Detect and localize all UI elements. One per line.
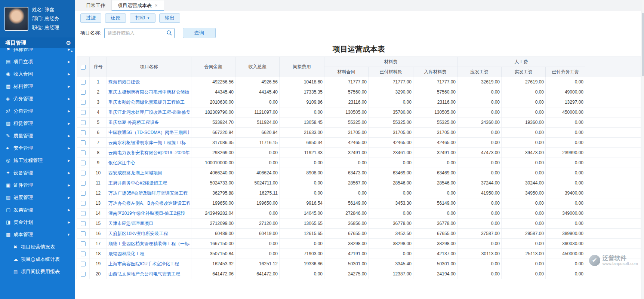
restore-button[interactable]: 还原: [105, 13, 126, 23]
sidebar-item-收入合同[interactable]: ◉收入合同▶: [0, 68, 75, 80]
amount-cell: 25113.00: [502, 249, 546, 259]
sidebar-item-分包管理[interactable]: x²分包管理▶: [0, 105, 75, 117]
project-name-link[interactable]: 银亿滨江中心: [108, 160, 189, 166]
column-header-indirect-cost[interactable]: 间接费用: [280, 57, 324, 77]
row-checkbox[interactable]: [81, 241, 86, 246]
row-checkbox[interactable]: [81, 201, 86, 206]
row-checkbox[interactable]: [81, 90, 86, 95]
scrollbar-thumb[interactable]: [642, 13, 644, 76]
project-name-link[interactable]: 重庆市鹅岭公园绿化景观提升工程施工: [108, 99, 189, 106]
amount-cell: 293269.00: [191, 148, 235, 158]
sidebar-item-设备管理[interactable]: ✦设备管理▶: [0, 167, 75, 179]
tab-daily-work[interactable]: 日常工作: [80, 0, 111, 11]
project-name-link[interactable]: 潼南区2019年绿化补贴项目-施工2标段: [108, 210, 189, 217]
project-name-link[interactable]: 珠海鹤港口建设: [108, 79, 189, 85]
sidebar-item-劳务管理[interactable]: ◈劳务管理▶: [0, 92, 75, 105]
amount-cell: 12387.00: [369, 269, 413, 279]
chevron-right-icon: ▶: [68, 196, 70, 199]
sidebar-item-租赁管理[interactable]: ▧租赁管理▶: [0, 117, 75, 129]
row-checkbox[interactable]: [81, 181, 86, 186]
row-checkbox[interactable]: [81, 150, 86, 155]
table-row: 20山西弘文房地产总公司电气安装工程641472.06641472.000.00…: [77, 269, 641, 279]
sidebar-item-成本管理[interactable]: ▩成本管理▼: [0, 228, 75, 241]
row-checkbox[interactable]: [81, 251, 86, 256]
row-checkbox[interactable]: [81, 231, 86, 236]
row-checkbox[interactable]: [81, 140, 86, 145]
column-header-warehoused-material[interactable]: 入库材料费: [413, 67, 457, 77]
row-checkbox[interactable]: [81, 100, 86, 105]
row-checkbox[interactable]: [81, 161, 86, 165]
amount-cell: 21633.00: [280, 128, 324, 138]
column-header-material-contract[interactable]: 材料合同: [324, 67, 369, 77]
row-checkbox[interactable]: [81, 110, 86, 115]
row-checkbox[interactable]: [81, 262, 86, 266]
column-header-project-name[interactable]: 项目名称: [107, 57, 191, 77]
amount-cell: 23116.00: [324, 97, 369, 107]
row-checkbox[interactable]: [81, 211, 86, 216]
column-header-payable-wages[interactable]: 应发工资: [457, 67, 502, 77]
menu-scroll-up-icon[interactable]: ▲: [70, 49, 73, 53]
sidebar-item-发票管理[interactable]: ▢发票管理▶: [0, 204, 75, 216]
column-header-contract-amount[interactable]: 合同金额: [191, 57, 235, 77]
output-button[interactable]: 输出: [159, 13, 180, 23]
row-checkbox[interactable]: [81, 130, 86, 135]
row-checkbox[interactable]: [81, 80, 86, 85]
tab-project-operating-cost[interactable]: 项目运营成本表 ×: [111, 0, 164, 11]
table-row: 4重庆江北污水处理厂设改造工程-道路修复182309790.001121097.…: [77, 107, 641, 118]
amount-cell: 199650.00: [191, 198, 235, 208]
sidebar-item-进度管理[interactable]: ▥进度管理▶: [0, 191, 75, 204]
filter-button[interactable]: 过滤: [80, 13, 101, 23]
project-name-link[interactable]: 重庆华夏 外高桥工程设备: [108, 119, 189, 126]
project-name-link[interactable]: 重庆太极制药有限公司亳州中药材仓储物流: [108, 89, 189, 95]
sidebar-item-项目经营情况表[interactable]: ✖项目经营情况表: [0, 241, 75, 253]
query-button[interactable]: 查询: [183, 28, 216, 38]
row-checkbox[interactable]: [81, 191, 86, 196]
column-header-no[interactable]: 序号: [90, 57, 107, 77]
project-name-link[interactable]: 王府井商务中心#2楼遗留工程: [108, 180, 189, 186]
project-name-link[interactable]: 云南电力设备安装有限公司2019--2020年度: [108, 150, 189, 156]
column-header-total-income[interactable]: 收入总额: [235, 57, 280, 77]
row-checkbox[interactable]: [81, 221, 86, 226]
row-checkbox[interactable]: [81, 171, 86, 176]
sidebar-item-质量管理[interactable]: ✎质量管理▶: [0, 129, 75, 142]
project-name-link[interactable]: 中国联通5G（TD-SCDMA）网络三期四川: [108, 129, 189, 136]
sidebar-item-材料管理[interactable]: ▦材料管理▶: [0, 80, 75, 92]
gear-icon[interactable]: ⚙: [66, 40, 71, 46]
project-name-link[interactable]: 云南水利枢纽潜明水库一期工程施工I标: [108, 140, 189, 146]
project-name-link[interactable]: 重庆江北污水处理厂设改造工程-道路修复: [108, 109, 189, 116]
select-all-checkbox[interactable]: [81, 65, 86, 70]
sidebar-item-项目立项[interactable]: ▤项目立项▶: [0, 55, 75, 68]
sidebar-item-招标管理[interactable]: ⚑招标管理▶: [0, 48, 75, 55]
close-icon[interactable]: ×: [155, 3, 158, 8]
print-button[interactable]: 打印 ▼: [130, 13, 155, 23]
sidebar-item-label: 施工过程管理: [13, 157, 65, 164]
sidebar-item-资金计划[interactable]: ◨资金计划▶: [0, 216, 75, 228]
search-icon[interactable]: [166, 30, 172, 36]
sidebar-section-project-management[interactable]: 项目管理 ⚙: [0, 37, 75, 48]
column-header-paid-wages[interactable]: 实发工资: [502, 67, 546, 77]
sidebar-item-安全管理[interactable]: ●安全管理▶: [0, 142, 75, 154]
row-checkbox[interactable]: [81, 120, 86, 125]
row-number: 15: [90, 219, 107, 229]
project-name-link[interactable]: 上海市美容医院ICU手术室净化工程: [108, 261, 189, 267]
column-header-paid-labor-wages[interactable]: 已付劳务工资: [546, 67, 585, 77]
project-name-link[interactable]: 万达办公楼左侧A、B办公楼改造建设工程: [108, 200, 189, 207]
chevron-down-icon: ▼: [147, 16, 150, 20]
sidebar-item-证件管理[interactable]: ▣证件管理▶: [0, 179, 75, 191]
project-name-link[interactable]: 万达广场35#会所及咖啡厅空调安装工程: [108, 190, 189, 196]
column-header-paid-material[interactable]: 已付材料款: [369, 67, 413, 77]
sidebar-item-施工过程管理[interactable]: ◎施工过程管理▶: [0, 154, 75, 167]
project-name-link[interactable]: 天津市应急管理局项目: [108, 220, 189, 227]
project-name-link[interactable]: 天府新区10Kv变电所安装工程: [108, 231, 189, 237]
amount-cell: 32491.00: [324, 148, 369, 158]
vertical-scrollbar[interactable]: [641, 0, 644, 299]
sidebar-item-项目总成本统计表[interactable]: ☁项目总成本统计表: [0, 253, 75, 265]
project-name-link[interactable]: 西安成都路龙湖上河城项目: [108, 170, 189, 176]
project-name-link[interactable]: 晟铭园林绿化工程: [108, 251, 189, 257]
sidebar-item-项目间接费用报表[interactable]: ▤项目间接费用报表: [0, 265, 75, 278]
project-name-link[interactable]: 顺德工业园区档案管理精装饰工程（一标段: [108, 241, 189, 247]
project-name-input[interactable]: [104, 28, 175, 38]
row-checkbox[interactable]: [81, 272, 86, 277]
project-name-link[interactable]: 山西弘文房地产总公司电气安装工程: [108, 271, 189, 277]
amount-cell: 35780.00: [369, 107, 413, 118]
